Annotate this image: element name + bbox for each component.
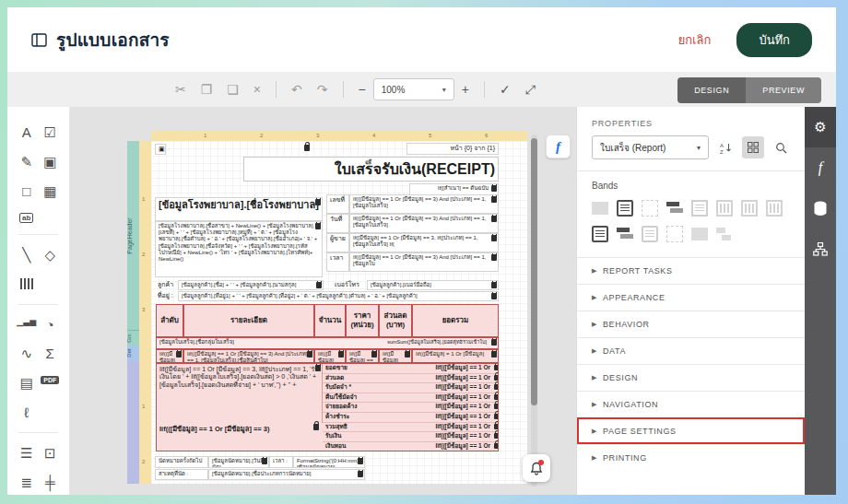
appointment-value-box[interactable]: [ข้อมูลนัดหมาย].[วันที่นัด] xyxy=(208,456,269,468)
band-columnheader-icon[interactable] xyxy=(642,200,658,217)
band-footer[interactable] xyxy=(127,360,139,484)
band-data-icon[interactable] xyxy=(691,200,708,217)
col-header-discount[interactable]: ส่วนลด (บาท) xyxy=(379,304,412,337)
col-header-description[interactable]: รายละเอียด xyxy=(183,304,314,337)
design-canvas[interactable]: 1 2 3 4 5 6 PageHeader Grc Det 1 2 3 1 2 xyxy=(70,107,576,495)
section-page-settings[interactable]: ▶PAGE SETTINGS xyxy=(577,417,805,444)
summary-row[interactable]: รับเงินIif(([มีข้อมูล] == 1 Or xyxy=(323,432,499,442)
section-design[interactable]: ▶DESIGN xyxy=(577,364,805,391)
payment-expression-box[interactable]: Iif([มีข้อมูล] == 1 Or [มีข้อมูล] == 3, … xyxy=(157,364,323,423)
detail-cell[interactable]: Iif(([มีข้อมูล] == 1 Or [มีข้อมูล] == 3)… xyxy=(183,349,314,363)
time-label-box[interactable]: เวลา : xyxy=(269,456,293,468)
detail-cell[interactable]: Iif(([มีข้อมูล] xyxy=(156,349,183,363)
address-value[interactable]: [ข้อมูลลูกค้า].[ที่อยู่1] + ' ' + [ข้อมู… xyxy=(178,291,499,301)
detail-cell[interactable]: Iif(([มีข้อมูล] xyxy=(314,349,346,363)
hospital-name-box[interactable]: [ข้อมูลโรงพยาบาล].[ชื่อโรงพยาบาล] xyxy=(155,197,323,221)
group-row[interactable]: [ข้อมูลใบเสร็จ].[ชื่อกลุ่มใบเสร็จ] sumSu… xyxy=(156,337,499,349)
band-pageheader-icon[interactable] xyxy=(617,200,633,217)
summary-row[interactable]: รับมัดจำ *Iif(([มีข้อมูล] == 1 Or xyxy=(323,383,499,393)
band-group[interactable]: Grc xyxy=(127,330,139,346)
pagebreak-tool[interactable]: ≣ xyxy=(15,468,39,498)
section-data[interactable]: ▶DATA xyxy=(577,337,805,364)
redo-button[interactable]: ↷ xyxy=(310,83,336,96)
band-pageheader[interactable]: PageHeader xyxy=(127,141,139,330)
richtext-tool[interactable]: ✎ xyxy=(15,147,39,177)
section-printing[interactable]: ▶PRINTING xyxy=(577,444,805,471)
band-pagefooter-icon[interactable] xyxy=(592,226,608,242)
field-label[interactable]: ผู้ขาย xyxy=(326,233,349,252)
reason-label-box[interactable]: สาเหตุที่นัด : xyxy=(155,469,208,480)
functions-fab[interactable]: f xyxy=(546,135,571,158)
summary-row[interactable]: รวมสุทธิIif(([มีข้อมูล] == 1 Or xyxy=(323,423,499,433)
preview-tab[interactable]: PREVIEW xyxy=(746,77,821,103)
summary-row[interactable]: คืน/ใช้มัดจำIif(([มีข้อมูล] == 1 Or xyxy=(323,393,499,404)
report-page[interactable]: ▣ หน้า {0} จาก {1} ใบเสร็จรับเงิน(RECEIP… xyxy=(151,141,527,484)
col-header-index[interactable]: ลำดับ xyxy=(156,304,183,337)
section-appearance[interactable]: ▶APPEARANCE xyxy=(577,284,805,311)
time-value-box[interactable]: FormatString('{0:HH:mm}', [ข้อมูลนัดหมาย… xyxy=(293,456,365,468)
band-hierarchical-icon[interactable] xyxy=(716,200,733,217)
band-child-icon[interactable] xyxy=(741,200,758,217)
col-header-price[interactable]: ราคา (หน่วย) xyxy=(346,304,379,337)
field-value[interactable]: If(([มีข้อมูล] == 1 Or [มีข้อมูล] == 3) … xyxy=(349,214,499,233)
summary-row[interactable]: ส่วนลดIif(([มีข้อมูล] == 1 Or xyxy=(323,374,499,384)
info-panel-tool[interactable]: ⊡ xyxy=(39,439,63,468)
section-navigation[interactable]: ▶NAVIGATION xyxy=(577,391,805,417)
toc-tool[interactable]: ≡ xyxy=(15,498,39,504)
field-value[interactable]: If([มีข้อมูล] == 1 Or [มีข้อมูล] == 3, I… xyxy=(349,233,499,252)
category-view-button[interactable] xyxy=(742,136,764,158)
section-behavior[interactable]: ▶BEHAVIOR xyxy=(577,311,805,337)
search-properties-button[interactable] xyxy=(770,136,792,158)
line-tool[interactable]: ╲ xyxy=(15,240,39,270)
settings-rail-button[interactable]: ⚙ xyxy=(805,107,836,147)
band-overlay-icon[interactable] xyxy=(691,228,708,240)
table-tool[interactable]: ▦ xyxy=(39,177,63,206)
delete-button[interactable]: × xyxy=(246,83,268,96)
detail-cell[interactable]: Iif(([มีข้อมูล] = 1 Or [มีข้อมูล] xyxy=(412,349,499,363)
section-report-tasks[interactable]: ▶REPORT TASKS xyxy=(577,258,805,284)
copy-button[interactable]: ❐ xyxy=(194,83,220,96)
zoom-level-dropdown[interactable]: 100% ▾ xyxy=(373,78,454,100)
zoom-in-button[interactable]: + xyxy=(454,83,477,96)
notification-bell-button[interactable] xyxy=(523,454,550,482)
appointment-label-box[interactable]: นัดหมายครั้งถัดไป : xyxy=(155,456,208,468)
hospital-address-box[interactable]: [ข้อมูลโรงพยาบาล].[ชื่อสาขา] + NewLine()… xyxy=(155,221,323,277)
reason-value-box[interactable]: [ข้อมูลนัดหมาย].[ชื่อประเภทการนัดหมาย] xyxy=(208,469,365,480)
validate-button[interactable]: ✓ xyxy=(492,83,518,96)
math-tool[interactable]: Σ xyxy=(39,339,63,369)
detail-cell[interactable]: Iif([มีข้อมูล] == 1 Or [มี xyxy=(346,349,379,363)
functions-rail-button[interactable]: f xyxy=(805,147,836,188)
text-tool[interactable]: A xyxy=(15,118,39,147)
detail-cell[interactable]: Iif([มีข้อมูล] xyxy=(379,349,412,363)
band-detail[interactable]: Det xyxy=(127,346,139,360)
received-expression-box[interactable]: Iif(([มีข้อมูล] == 1 Or [มีข้อมูล] == 3) xyxy=(157,423,323,437)
sparkline-tool[interactable]: ∿ xyxy=(15,339,39,369)
shape-tool[interactable]: ◇ xyxy=(39,240,63,270)
band-groupfooter-icon[interactable] xyxy=(617,226,633,242)
fullscreen-button[interactable]: ⤢ xyxy=(518,83,543,96)
data-source-rail-button[interactable] xyxy=(805,188,836,229)
band-empty-icon[interactable] xyxy=(766,200,783,217)
summary-row[interactable]: ยอดขายIif(([มีข้อมูล] == 1 Or xyxy=(323,364,499,374)
summary-band[interactable]: Iif([มีข้อมูล] == 1 Or [มีข้อมูล] == 3, … xyxy=(156,363,499,451)
phone-value[interactable]: [ข้อมูลลูกค้า].[เบอร์มือถือ] xyxy=(367,280,499,290)
signature-tool[interactable]: ℓ xyxy=(15,398,39,427)
vertical-scrollbar[interactable] xyxy=(531,135,537,486)
cancel-button[interactable]: ยกเลิก xyxy=(678,30,712,50)
paste-button[interactable]: ❏ xyxy=(219,83,246,96)
panel-tool[interactable]: □ xyxy=(15,177,39,206)
text-in-cells-tool[interactable]: ab xyxy=(15,206,39,229)
customer-value[interactable]: [ข้อมูลลูกค้า].[ชื่อ] + ' ' + [ข้อมูลลูก… xyxy=(178,280,324,290)
subreport-tool[interactable]: ☰ xyxy=(15,439,39,468)
col-header-total[interactable]: ยอดรวม xyxy=(412,304,499,337)
barcode-tool[interactable] xyxy=(15,270,39,299)
summary-row[interactable]: จ่ายยอดค้างIif(([มีข้อมูล] == 1 Or xyxy=(323,403,499,413)
scrollbar-handle[interactable] xyxy=(531,138,537,405)
image-placeholder[interactable]: ▣ xyxy=(155,144,166,155)
band-columnfooter-icon[interactable] xyxy=(666,226,683,242)
summary-row[interactable]: ค้างชำระIif(([มีข้อมูล] == 1 Or xyxy=(323,413,499,423)
clipboard-tool[interactable]: ▤ xyxy=(15,369,39,398)
undo-button[interactable]: ↶ xyxy=(284,83,310,96)
crossband-tool[interactable]: ╪ xyxy=(39,468,63,498)
band-crosstab-icon[interactable] xyxy=(716,226,733,242)
